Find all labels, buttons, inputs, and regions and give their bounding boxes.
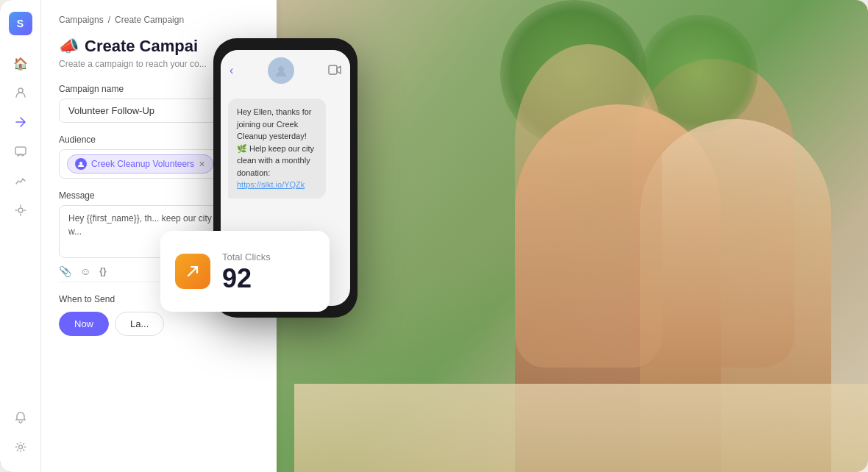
stats-value: 92 <box>222 265 315 292</box>
title-text: Create Campai <box>85 37 198 56</box>
sidebar-notifications[interactable] <box>7 404 34 431</box>
sidebar: S 🏠 <box>0 0 41 472</box>
svg-point-3 <box>18 446 22 449</box>
chat-link[interactable]: https://slkt.io/YQZk <box>237 180 305 189</box>
sidebar-item-home[interactable]: 🏠 <box>7 50 34 76</box>
sidebar-item-tools[interactable] <box>7 197 34 224</box>
sidebar-item-campaigns[interactable] <box>7 109 34 135</box>
svg-point-2 <box>18 208 23 212</box>
stats-card: Total Clicks 92 <box>160 231 330 312</box>
stats-icon <box>175 254 210 289</box>
title-emoji: 📣 <box>59 37 79 56</box>
sidebar-settings[interactable] <box>7 434 34 460</box>
chat-bubble: Hey Ellen, thanks for joining our Creek … <box>228 99 326 199</box>
svg-point-5 <box>278 66 284 72</box>
sidebar-item-users[interactable] <box>7 79 34 106</box>
phone-avatar <box>268 57 294 84</box>
stats-label: Total Clicks <box>222 251 315 262</box>
phone-back-button[interactable]: ‹ <box>230 64 233 77</box>
breadcrumb-parent[interactable]: Campaigns <box>59 15 104 25</box>
breadcrumb: Campaigns / Create Campaign <box>59 15 259 25</box>
stats-text: Total Clicks 92 <box>222 251 315 292</box>
svg-point-0 <box>18 88 23 93</box>
send-now-button[interactable]: Now <box>59 312 109 336</box>
app-logo: S <box>9 12 32 35</box>
svg-rect-1 <box>15 147 26 154</box>
breadcrumb-separator: / <box>108 15 110 25</box>
sidebar-bottom <box>7 404 34 460</box>
audience-tag-label: Creek Cleanup Volunteers <box>91 159 194 169</box>
attachment-icon[interactable]: 📎 <box>59 265 71 277</box>
svg-rect-6 <box>329 65 337 74</box>
send-later-button[interactable]: La... <box>115 312 164 336</box>
phone-topbar: ‹ <box>221 50 350 91</box>
phone-video-icon[interactable] <box>328 65 341 77</box>
svg-point-4 <box>79 162 82 165</box>
audience-tag: Creek Cleanup Volunteers ✕ <box>67 154 213 174</box>
audience-tag-icon <box>75 158 87 170</box>
sidebar-item-analytics[interactable] <box>7 168 34 194</box>
emoji-icon[interactable]: ☺ <box>80 265 90 277</box>
breadcrumb-current: Create Campaign <box>115 15 184 25</box>
sidebar-item-messages[interactable] <box>7 138 34 165</box>
chat-text: Hey Ellen, thanks for joining our Creek … <box>237 107 314 177</box>
audience-tag-close[interactable]: ✕ <box>199 160 205 169</box>
code-icon[interactable]: {} <box>99 266 106 276</box>
